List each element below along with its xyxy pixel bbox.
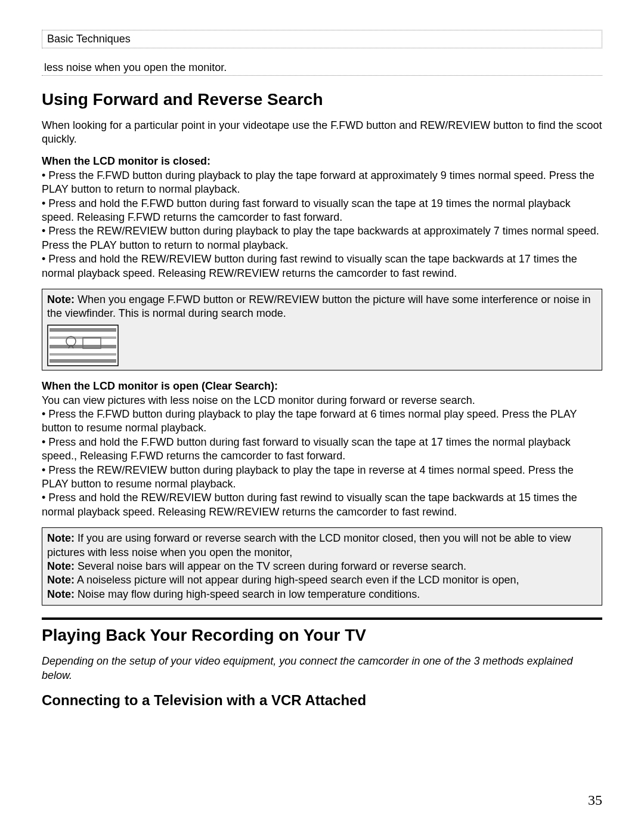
section1-intro: When looking for a particular point in y… [42,119,602,147]
svg-rect-1 [49,328,116,332]
open-monitor-heading: When the LCD monitor is open (Clear Sear… [42,380,602,393]
note2-l2: Several noise bars will appear on the TV… [75,560,466,572]
svg-rect-4 [49,353,116,356]
closed-monitor-bullets: • Press the F.FWD button during playback… [42,169,602,280]
noise-illustration-icon [47,325,119,366]
carryover-text: less noise when you open the monitor. [42,60,602,76]
section-title-search: Using Forward and Reverse Search [42,90,602,109]
section-divider [42,617,602,620]
note2-l3: A noiseless picture will not appear duri… [75,574,519,586]
note1-text: When you engage F.FWD button or REW/REVI… [47,294,590,319]
note2-l1: If you are using forward or reverse sear… [47,532,571,558]
note-box-2: Note: If you are using forward or revers… [42,527,602,606]
section2-intro: Depending on the setup of your video equ… [42,654,602,682]
section-title-playback: Playing Back Your Recording on Your TV [42,626,602,645]
open-monitor-bullets: You can view pictures with less noise on… [42,394,602,520]
subsection-title-vcr: Connecting to a Television with a VCR At… [42,692,602,709]
note2-l4: Noise may flow during high-speed search … [75,588,420,600]
note1-lead: Note: [47,294,75,305]
breadcrumb: Basic Techniques [42,30,602,48]
note2-l3-lead: Note: [47,574,75,586]
page-number: 35 [42,792,602,808]
closed-monitor-heading: When the LCD monitor is closed: [42,155,602,168]
note2-l4-lead: Note: [47,588,75,600]
note-box-1: Note: When you engage F.FWD button or RE… [42,289,602,370]
note2-l1-lead: Note: [47,532,75,544]
svg-rect-5 [49,359,116,363]
note2-l2-lead: Note: [47,560,75,572]
